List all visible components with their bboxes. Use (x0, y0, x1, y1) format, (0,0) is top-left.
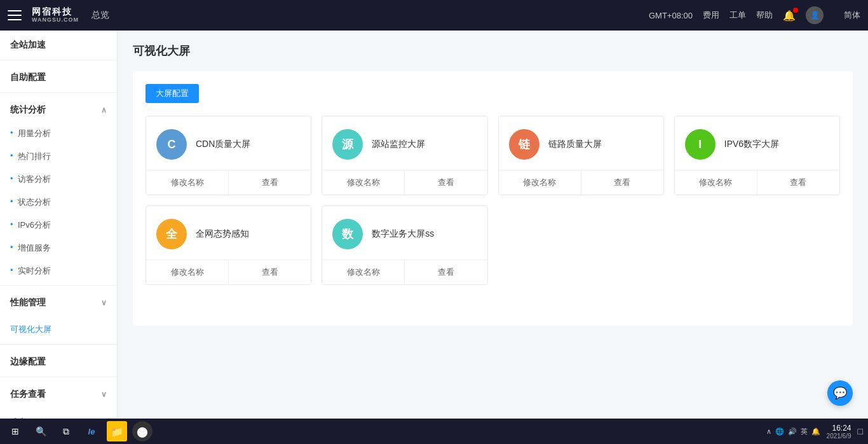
sidebar-item-bianyuan[interactable]: 边缘配置 (0, 347, 117, 374)
card-row1-2: 链 链路质量大屏 修改名称 查看 (498, 116, 664, 195)
sidebar-item-fangke[interactable]: 访客分析 (0, 168, 117, 191)
page-title: 可视化大屏 (133, 43, 853, 59)
sidebar-collapse-button[interactable]: << (0, 406, 117, 419)
top-navigation: 网宿科技 WANGSU.COM 总览 GMT+08:00 费用 工单 帮助 🔔 … (0, 0, 868, 31)
card-title: IPV6数字大屏 (724, 139, 779, 150)
divider (0, 92, 117, 93)
card-action-edit[interactable]: 修改名称 (322, 170, 404, 195)
card-row1-3: I IPV6数字大屏 修改名称 查看 (674, 116, 840, 195)
sidebar-item-shishi[interactable]: 实时分析 (0, 260, 117, 282)
card-title: 数字业务大屏ss (372, 228, 434, 240)
sidebar-item-zhuangtai[interactable]: 状态分析 (0, 191, 117, 214)
card-title: 全网态势感知 (196, 228, 249, 240)
logo-line2: WANGSU.COM (32, 17, 79, 24)
card-action-edit[interactable]: 修改名称 (322, 260, 404, 284)
sidebar-item-ipv6[interactable]: IPv6分析 (0, 214, 117, 237)
card-footer: 修改名称 查看 (146, 260, 311, 284)
card-action-edit[interactable]: 修改名称 (675, 170, 757, 195)
card-body: 源 源站监控大屏 (322, 116, 487, 170)
card-footer: 修改名称 查看 (499, 170, 663, 195)
card-body: C CDN质量大屏 (146, 116, 311, 170)
card-action-view[interactable]: 查看 (757, 170, 839, 195)
badge-dot (793, 8, 798, 13)
card-footer: 修改名称 查看 (146, 170, 311, 195)
card-row2-1: 数 数字业务大屏ss 修改名称 查看 (322, 205, 487, 285)
divider (0, 344, 117, 345)
tool-link[interactable]: 工单 (729, 10, 746, 21)
card-action-view[interactable]: 查看 (228, 170, 311, 195)
card-title: 链路质量大屏 (548, 139, 602, 150)
cards-row1: C CDN质量大屏 修改名称 查看 源 源站监控大屏 修改名称 查看 链 链路质… (146, 116, 840, 195)
card-avatar: 数 (332, 219, 363, 249)
sidebar-item-yuliang[interactable]: 用量分析 (0, 122, 117, 145)
sidebar-section-tongji[interactable]: 统计分析 ∧ (0, 95, 117, 122)
fee-link[interactable]: 费用 (703, 10, 719, 21)
card-row1-0: C CDN质量大屏 修改名称 查看 (146, 116, 311, 195)
panel-tab-bar: 大屏配置 (146, 84, 840, 103)
avatar[interactable]: 👤 (806, 6, 824, 24)
sidebar: 全站加速 自助配置 统计分析 ∧ 用量分析 热门排行 访客分析 状态分析 IPv… (0, 31, 118, 419)
card-row2-0: 全 全网态势感知 修改名称 查看 (146, 205, 311, 285)
card-avatar: 链 (509, 129, 539, 160)
sidebar-item-remen[interactable]: 热门排行 (0, 145, 117, 168)
card-action-view[interactable]: 查看 (404, 260, 487, 284)
card-action-view[interactable]: 查看 (581, 170, 663, 195)
card-row1-1: 源 源站监控大屏 修改名称 查看 (322, 116, 487, 195)
topnav-right: GMT+08:00 费用 工单 帮助 🔔 👤 简体 (649, 6, 860, 24)
sidebar-item-keshihua[interactable]: 可视化大屏 (0, 315, 117, 342)
card-action-edit[interactable]: 修改名称 (146, 260, 228, 284)
card-body: 数 数字业务大屏ss (322, 206, 487, 260)
card-avatar: 源 (332, 129, 363, 160)
chat-icon: 💬 (833, 386, 847, 400)
avatar-icon: 👤 (810, 11, 820, 20)
tab-dapin-config[interactable]: 大屏配置 (146, 84, 199, 103)
sidebar-section-xingneng[interactable]: 性能管理 ∨ (0, 288, 117, 315)
card-action-view[interactable]: 查看 (404, 170, 487, 195)
notification-badge[interactable]: 🔔 (783, 10, 796, 22)
card-body: 全 全网态势感知 (146, 206, 311, 260)
chevron-down-icon2: ∨ (101, 390, 107, 399)
main-content: 可视化大屏 大屏配置 C CDN质量大屏 修改名称 查看 源 源站监控大屏 修改 (118, 31, 868, 419)
card-action-view[interactable]: 查看 (228, 260, 311, 284)
card-title: 源站监控大屏 (372, 139, 425, 150)
card-footer: 修改名称 查看 (322, 170, 487, 195)
card-avatar: 全 (156, 219, 187, 249)
card-avatar: C (156, 129, 187, 160)
divider (0, 285, 117, 286)
card-body: 链 链路质量大屏 (499, 116, 663, 170)
help-link[interactable]: 帮助 (756, 10, 773, 21)
chevron-up-icon: ∧ (101, 106, 107, 114)
logo-line1: 网宿科技 (32, 7, 79, 17)
card-footer: 修改名称 查看 (322, 260, 487, 284)
lang-switch[interactable]: 简体 (844, 10, 860, 21)
cards-row2: 全 全网态势感知 修改名称 查看 数 数字业务大屏ss 修改名称 查看 (146, 205, 840, 285)
card-action-edit[interactable]: 修改名称 (146, 170, 228, 195)
topnav-title: 总览 (92, 10, 649, 21)
card-avatar: I (685, 129, 715, 160)
card-action-edit[interactable]: 修改名称 (499, 170, 581, 195)
panel: 大屏配置 C CDN质量大屏 修改名称 查看 源 源站监控大屏 修改名称 查看 (133, 71, 853, 326)
float-chat-button[interactable]: 💬 (827, 380, 853, 406)
card-footer: 修改名称 查看 (675, 170, 839, 195)
sidebar-item-zizhu[interactable]: 自助配置 (0, 63, 117, 90)
card-body: I IPV6数字大屏 (675, 116, 839, 170)
timezone-label: GMT+08:00 (649, 11, 693, 20)
card-title: CDN质量大屏 (196, 139, 250, 150)
sidebar-item-zengzhi[interactable]: 增值服务 (0, 237, 117, 260)
logo: 网宿科技 WANGSU.COM (32, 7, 79, 23)
divider (0, 60, 117, 60)
sidebar-section-renwu[interactable]: 任务查看 ∨ (0, 380, 117, 406)
sidebar-item-quanzhan[interactable]: 全站加速 (0, 31, 117, 57)
menu-toggle[interactable] (8, 10, 22, 20)
divider (0, 377, 117, 377)
chevron-down-icon: ∨ (101, 298, 107, 307)
